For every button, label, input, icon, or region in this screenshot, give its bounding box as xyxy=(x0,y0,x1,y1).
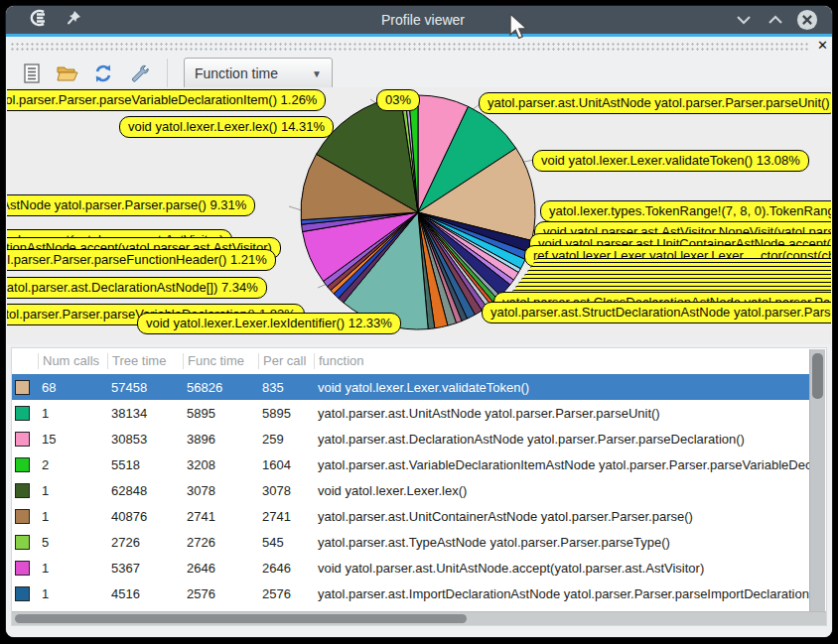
function-cell: yatol.parser.ast.UnitContainerAstNode ya… xyxy=(314,509,809,524)
per-call-cell: 2741 xyxy=(258,509,314,524)
table-row[interactable]: 16284830783078void yatol.lexer.Lexer.lex… xyxy=(12,477,809,503)
per-call-cell: 2646 xyxy=(258,561,314,576)
column-header-func-time[interactable]: Func time xyxy=(183,353,258,369)
table-body: 685745856826835void yatol.lexer.Lexer.va… xyxy=(12,374,809,612)
per-call-cell: 1604 xyxy=(258,457,314,472)
horizontal-scrollbar-thumb[interactable] xyxy=(15,614,467,623)
tree-time-cell: 5518 xyxy=(107,457,183,472)
func-time-cell: 3896 xyxy=(183,432,258,447)
function-cell: yatol.parser.ast.ImportDeclarationAstNod… xyxy=(314,586,809,601)
dock-close-icon[interactable]: ✕ xyxy=(817,38,828,53)
function-cell: void yatol.lexer.Lexer.validateToken() xyxy=(314,380,809,395)
maximize-button[interactable] xyxy=(765,9,786,31)
slice-color-swatch xyxy=(15,432,30,447)
func-time-cell: 5895 xyxy=(183,406,258,421)
toolbar-separator xyxy=(167,59,168,88)
profile-metric-combobox[interactable]: Function time ▼ xyxy=(184,58,333,89)
table-row[interactable]: 1451625762576yatol.parser.ast.ImportDecl… xyxy=(12,580,809,606)
table-row[interactable]: 1536726462646void yatol.parser.ast.UnitA… xyxy=(12,555,809,580)
chevron-down-icon: ▼ xyxy=(312,68,322,79)
pie-callout-label: yatol.parser.ast.FunctionHeaderAstNode y… xyxy=(7,249,276,271)
table-viewport: Num callsTree timeFunc timePer callfunct… xyxy=(12,348,809,612)
combobox-value: Function time xyxy=(195,65,312,81)
settings-wrench-icon[interactable] xyxy=(127,62,151,85)
mouse-cursor xyxy=(509,13,529,45)
num-calls-cell: 1 xyxy=(38,483,107,498)
func-time-cell: 2576 xyxy=(183,586,258,601)
pin-icon[interactable] xyxy=(66,10,81,30)
func-time-cell: 2726 xyxy=(183,535,258,550)
func-time-cell: 3078 xyxy=(183,483,258,498)
slice-color-swatch xyxy=(15,457,30,472)
pie-callout-label: void yatol.lexer.Lexer.validateToken() 1… xyxy=(532,150,809,172)
table-row[interactable]: 14087627412741yatol.parser.ast.UnitConta… xyxy=(12,503,809,529)
dock-content: ✕ xyxy=(6,37,832,637)
table-header-row: Num callsTree timeFunc timePer callfunct… xyxy=(12,348,809,374)
pie-callout-label: yatol.parser.ast.UnitAstNode yatol.parse… xyxy=(479,92,831,114)
minimize-button[interactable] xyxy=(733,9,755,31)
func-time-cell: 56826 xyxy=(183,380,258,395)
pie-callout-label: yatol.lexer.types.TokenRange!(7, 8, 0).T… xyxy=(540,200,831,222)
tree-time-cell: 2726 xyxy=(107,535,183,550)
table-row[interactable]: 15308533896259yatol.parser.ast.Declarati… xyxy=(12,426,809,451)
table-row[interactable]: 685745856826835void yatol.lexer.Lexer.va… xyxy=(12,374,809,400)
func-time-cell: 2646 xyxy=(183,561,258,576)
vertical-scrollbar[interactable] xyxy=(809,349,825,611)
func-time-cell: 3208 xyxy=(183,457,258,472)
open-file-button[interactable] xyxy=(56,62,79,85)
num-calls-cell: 5 xyxy=(38,535,107,550)
num-calls-cell: 15 xyxy=(38,432,107,447)
per-call-cell: 259 xyxy=(258,432,314,447)
column-header-per-call[interactable]: Per call xyxy=(258,353,314,369)
slice-color-swatch xyxy=(15,483,30,498)
titlebar[interactable]: Profile viewer xyxy=(6,6,832,34)
tree-time-cell: 30853 xyxy=(107,432,183,447)
tree-time-cell: 57458 xyxy=(107,380,183,395)
slice-color-swatch xyxy=(15,586,30,601)
num-calls-cell: 1 xyxy=(38,509,107,524)
pie-callout-label: void yatol.lexer.Lexer.lex() 14.31% xyxy=(119,116,334,138)
tree-time-cell: 4516 xyxy=(107,586,183,601)
vertical-scrollbar-thumb[interactable] xyxy=(812,353,823,399)
screen: { "window": { "title": "Profile viewer" … xyxy=(0,0,838,644)
table-row[interactable]: 13813458955895yatol.parser.ast.UnitAstNo… xyxy=(12,400,809,426)
slice-color-swatch xyxy=(15,380,30,395)
slice-color-swatch xyxy=(15,535,30,550)
column-header-tree-time[interactable]: Tree time xyxy=(107,353,183,369)
tree-time-cell: 40876 xyxy=(107,509,183,524)
function-cell: void yatol.lexer.Lexer.lex() xyxy=(314,483,809,498)
per-call-cell: 2576 xyxy=(258,586,314,601)
slice-color-swatch xyxy=(15,406,30,421)
dock-grip[interactable] xyxy=(10,42,810,51)
window-title: Profile viewer xyxy=(226,12,620,28)
num-calls-cell: 1 xyxy=(38,561,107,576)
pie-callout-label: yatol.parser.ast.VariableDeclarationItem… xyxy=(7,89,326,111)
slice-color-swatch xyxy=(15,561,30,576)
tree-time-cell: 38134 xyxy=(107,406,183,421)
function-cell: void yatol.parser.ast.UnitAstNode.accept… xyxy=(314,561,809,576)
num-calls-cell: 2 xyxy=(38,457,107,472)
function-cell: yatol.parser.ast.DeclarationAstNode yato… xyxy=(314,432,809,447)
profile-viewer-window: Profile viewer ✕ xyxy=(6,6,832,637)
refresh-button[interactable] xyxy=(91,62,115,85)
pie-callout-label: yatol.parser.ast.StructDeclarationAstNod… xyxy=(482,302,831,323)
column-header-num-calls[interactable]: Num calls xyxy=(38,353,107,369)
pie-callout-label: 03% xyxy=(376,89,420,111)
pie-chart-panel: 03%yatol.parser.ast.VariableDeclarationI… xyxy=(7,87,831,344)
function-cell: yatol.parser.ast.TypeAstNode yatol.parse… xyxy=(314,535,809,550)
per-call-cell: 5895 xyxy=(258,406,314,421)
function-cell: yatol.parser.ast.UnitAstNode yatol.parse… xyxy=(314,406,809,421)
dock-header[interactable]: ✕ xyxy=(8,40,830,52)
column-header-function[interactable]: function xyxy=(314,353,809,369)
pie-callout-label: void yatol.parser.Parser.parseDeclaratio… xyxy=(7,277,267,299)
tree-time-cell: 62848 xyxy=(107,483,183,498)
function-cell: yatol.parser.ast.VariableDeclarationItem… xyxy=(314,457,809,472)
num-calls-cell: 68 xyxy=(38,380,107,395)
close-button[interactable] xyxy=(796,9,818,31)
column-header-color[interactable] xyxy=(12,353,38,369)
report-list-button[interactable] xyxy=(20,62,44,85)
func-time-cell: 2741 xyxy=(183,509,258,524)
table-row[interactable]: 527262726545yatol.parser.ast.TypeAstNode… xyxy=(12,529,809,555)
horizontal-scrollbar[interactable] xyxy=(12,611,826,625)
table-row[interactable]: 2551832081604yatol.parser.ast.VariableDe… xyxy=(12,451,809,477)
